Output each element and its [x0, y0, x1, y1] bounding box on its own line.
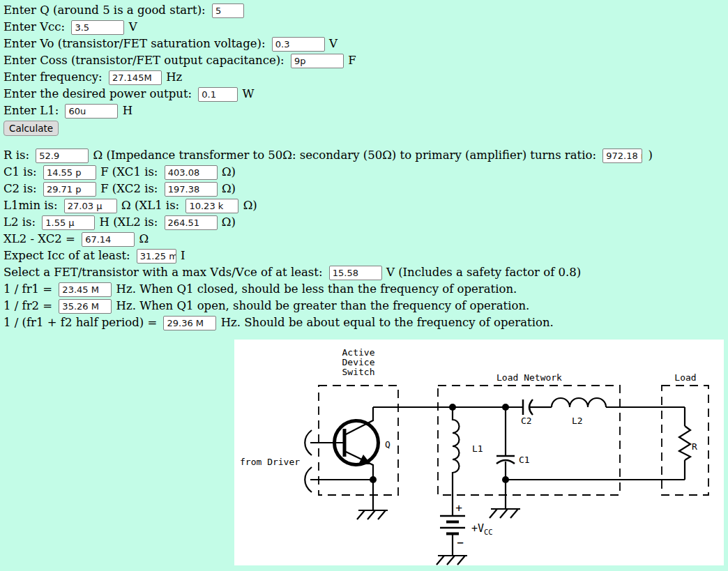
ground-c1-icon	[490, 509, 520, 518]
row-fr2: 1 / fr2 = Hz. When Q1 open, should be gr…	[3, 298, 728, 314]
icc-input[interactable]	[137, 249, 176, 264]
l2-result-mid: H (XL2 is:	[100, 215, 158, 229]
active-device-switch-label-line1: Active	[342, 347, 375, 358]
junction-emitter	[370, 476, 377, 483]
active-device-switch-label-line3: Switch	[342, 367, 375, 377]
row-power: Enter the desired power output: W	[3, 86, 728, 102]
l1-unit: H	[123, 104, 132, 117]
ground-battery-icon	[437, 556, 467, 565]
c1-result-tail: Ω)	[222, 165, 236, 178]
fr1-note: Hz. When Q1 closed, should be less than …	[116, 282, 517, 296]
l1-input[interactable]	[65, 104, 118, 119]
l2-result-input[interactable]	[42, 215, 95, 230]
fr2-label: 1 / fr2 =	[3, 299, 52, 312]
junction-c1-bottom	[502, 476, 509, 483]
l1min-mid: Ω (XL1 is:	[121, 199, 179, 212]
xl2-xc2-label: XL2 - XC2 =	[3, 232, 75, 245]
xl2-xc2-input[interactable]	[82, 232, 135, 247]
r-result-input[interactable]	[36, 149, 89, 163]
load-network-box	[438, 386, 620, 495]
icc-unit: I	[181, 249, 185, 262]
load-label: Load	[674, 372, 696, 383]
coss-unit: F	[348, 54, 356, 67]
vds-note: V (Includes a safety factor of 0.8)	[386, 266, 581, 279]
capacitor-c2-label: C2	[521, 416, 532, 426]
half-period-note: Hz. Should be about equal to the frequen…	[221, 316, 554, 329]
from-driver-label: from Driver	[240, 457, 300, 467]
vcc-subscript-label: CC	[484, 528, 493, 536]
row-fr1: 1 / fr1 = Hz. When Q1 closed, should be …	[3, 281, 728, 298]
fr2-note: Hz. When Q1 open, should be greater than…	[116, 299, 530, 312]
c2-result-input[interactable]	[43, 182, 96, 197]
frequency-input[interactable]	[109, 70, 162, 85]
l2-result-tail: Ω)	[222, 215, 236, 229]
xc1-input[interactable]	[165, 165, 218, 180]
fr1-label: 1 / fr1 =	[3, 282, 52, 296]
row-half-period: 1 / (fr1 + f2 half period) = Hz. Should …	[3, 314, 728, 331]
vds-label: Select a FET/transistor with a max Vds/V…	[3, 266, 322, 279]
l1min-tail: Ω)	[243, 199, 257, 212]
row-q: Enter Q (around 5 is a good start):	[3, 2, 728, 19]
coss-label: Enter Coss (transistor/FET output capaci…	[3, 54, 285, 67]
row-icc: Expect Icc of at least: I	[3, 248, 728, 264]
c1-result-mid: F (XC1 is:	[100, 165, 158, 178]
fr2-input[interactable]	[59, 299, 112, 314]
vcc-input[interactable]	[71, 20, 124, 35]
row-coss: Enter Coss (transistor/FET output capaci…	[3, 52, 728, 69]
resistor-r-label: R	[692, 441, 697, 452]
junction-c1-top	[502, 404, 509, 411]
row-c1-result: C1 is: F (XC1 is: Ω)	[3, 164, 728, 181]
l2-result-label: L2 is:	[3, 215, 36, 229]
icc-label: Expect Icc of at least:	[3, 249, 130, 262]
xl1-input[interactable]	[185, 199, 238, 213]
inductor-l1-symbol	[453, 407, 460, 516]
xc2-input[interactable]	[165, 182, 218, 197]
power-label: Enter the desired power output:	[3, 87, 192, 100]
class-e-calculator-page: Enter Q (around 5 is a good start): Ente…	[0, 0, 728, 331]
battery-plus-label: +	[455, 501, 462, 515]
capacitor-c1-label: C1	[519, 455, 530, 465]
r-result-label: R is:	[3, 149, 29, 162]
row-r-result: R is: Ω (Impedance transformer to 50Ω: s…	[3, 147, 728, 164]
l1min-label: L1min is:	[3, 199, 58, 212]
q-input[interactable]	[212, 3, 244, 18]
vo-input[interactable]	[272, 37, 325, 52]
c1-result-input[interactable]	[43, 165, 96, 180]
vds-input[interactable]	[329, 266, 382, 280]
row-l2-result: L2 is: H (XL2 is: Ω)	[3, 214, 728, 231]
vo-unit: V	[329, 37, 338, 50]
inductor-l1-label: L1	[472, 443, 483, 454]
l1min-input[interactable]	[64, 199, 117, 213]
xl2-input[interactable]	[165, 215, 218, 230]
vcc-label: Enter Vcc:	[3, 20, 65, 33]
transistor-q-label: Q	[385, 439, 390, 450]
inductor-l2-label: L2	[572, 416, 583, 426]
l1-label: Enter L1:	[3, 104, 59, 117]
row-l1min-result: L1min is: Ω (XL1 is: Ω)	[3, 197, 728, 214]
half-period-input[interactable]	[163, 316, 216, 330]
c1-result-label: C1 is:	[3, 165, 37, 178]
r-result-mid: Ω (Impedance transformer to 50Ω: seconda…	[93, 149, 596, 162]
active-device-switch-label-line2: Device	[342, 357, 375, 367]
turns-ratio-input[interactable]	[602, 149, 642, 163]
results-section: R is: Ω (Impedance transformer to 50Ω: s…	[3, 147, 728, 331]
circuit-diagram-panel: Active Device Switch Load Network Load f…	[234, 340, 724, 565]
q-label: Enter Q (around 5 is a good start):	[3, 3, 206, 17]
fr1-input[interactable]	[59, 282, 112, 297]
row-frequency: Enter frequency: Hz	[3, 69, 728, 86]
row-vcc: Enter Vcc: V	[3, 19, 728, 36]
half-period-label: 1 / (fr1 + f2 half period) =	[3, 316, 157, 329]
frequency-label: Enter frequency:	[3, 70, 103, 84]
power-input[interactable]	[198, 87, 238, 102]
calculate-button[interactable]: Calculate	[3, 121, 59, 136]
resistor-r-symbol	[679, 407, 690, 480]
coss-input[interactable]	[291, 54, 344, 68]
row-xl2-xc2: XL2 - XC2 = Ω	[3, 231, 728, 248]
vcc-label: +V	[471, 522, 484, 535]
load-network-label: Load Network	[496, 372, 562, 383]
frequency-unit: Hz	[166, 70, 182, 84]
power-unit: W	[243, 87, 255, 100]
junction-l1-top	[449, 404, 456, 411]
row-vo: Enter Vo (transistor/FET saturation volt…	[3, 36, 728, 52]
c2-result-mid: F (XC2 is:	[100, 182, 158, 195]
